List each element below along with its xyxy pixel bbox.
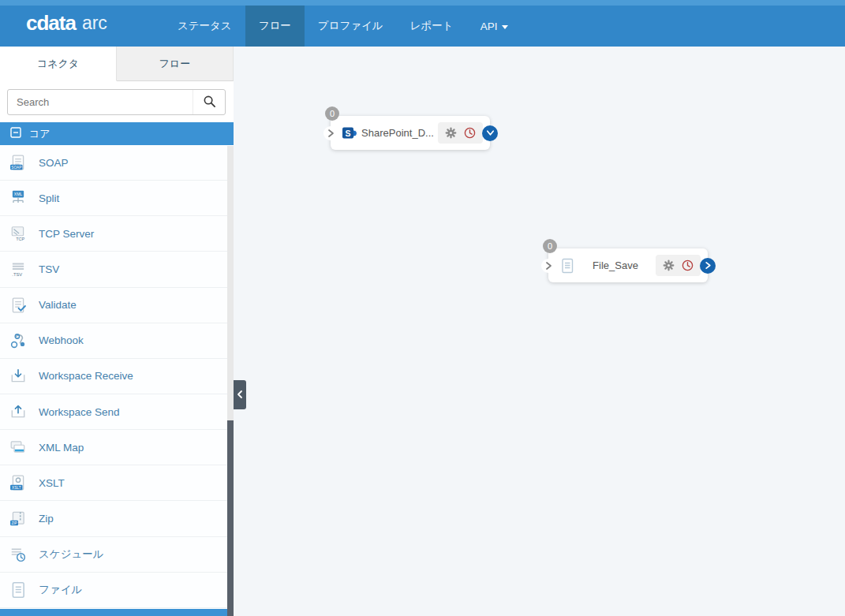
chevron-left-icon — [236, 388, 244, 402]
nav-item-label: レポート — [410, 19, 454, 33]
chevron-right-circle-icon — [704, 261, 712, 270]
connector-list-item[interactable]: Workspace Send — [0, 394, 227, 430]
node-actions-group — [656, 255, 701, 276]
connector-label: XML Map — [39, 442, 84, 454]
settings-gear-icon[interactable] — [444, 126, 458, 140]
minus-square-icon — [10, 127, 21, 140]
node-expand-button[interactable] — [482, 125, 498, 141]
sidebar-tab-label: コネクタ — [37, 57, 79, 71]
chevron-right-icon — [327, 129, 335, 138]
file-document-icon — [9, 581, 27, 599]
soap-document-icon: SOAP — [9, 154, 27, 171]
workspace-receive-icon — [9, 368, 27, 385]
main-nav-menu: ステータス フロー プロファイル レポート API — [164, 0, 522, 47]
sidebar-scrollbar-thumb[interactable] — [227, 420, 234, 616]
tcp-server-icon: TCP — [9, 225, 27, 242]
sidebar-tab-コネクタ[interactable]: コネクタ — [0, 47, 117, 81]
connector-label: Workspace Receive — [39, 370, 133, 382]
node-label: File_Save — [575, 259, 656, 271]
nav-item-レポート[interactable]: レポート — [397, 6, 467, 47]
search-input[interactable] — [8, 90, 193, 114]
svg-text:XML: XML — [14, 192, 23, 197]
connector-list-item[interactable]: スケジュール — [0, 537, 227, 573]
navbar-top-highlight — [0, 0, 845, 6]
nav-item-label: プロファイル — [318, 19, 383, 33]
schedule-icon — [9, 546, 27, 563]
connector-list-item[interactable]: XSLT XSLT — [0, 465, 227, 501]
svg-text:XSLT: XSLT — [12, 486, 21, 490]
connector-label: XSLT — [39, 477, 65, 489]
connector-list-item[interactable]: ZIP Zip — [0, 501, 227, 536]
schedule-clock-icon[interactable] — [681, 259, 694, 272]
zip-icon: ZIP — [9, 510, 27, 527]
connector-list-item[interactable]: XML Split — [0, 181, 227, 216]
nav-item-label: フロー — [259, 19, 291, 33]
top-navbar: cdata arc ステータス フロー プロファイル レポート API — [0, 0, 845, 47]
flow-node-File_Save[interactable]: 0 File_Save — [548, 248, 708, 282]
cdata-arc-logo[interactable]: cdata arc — [26, 0, 107, 47]
caret-down-icon — [502, 25, 508, 29]
search-icon — [203, 95, 216, 110]
sidebar-next-section-bar[interactable] — [0, 609, 227, 616]
connector-list-item[interactable]: .TSV TSV — [0, 252, 227, 287]
search-button[interactable] — [193, 90, 225, 114]
workspace-send-icon — [9, 403, 27, 420]
sidebar-collapse-handle[interactable] — [234, 380, 246, 409]
message-count-badge: 0 — [325, 106, 339, 121]
logo-brand-text: cdata — [26, 11, 76, 35]
flow-canvas[interactable]: 0 S SharePoint_D... 0 File_Save — [234, 47, 845, 616]
connector-list: SOAP SOAP XML Split TCP TCP Server .TSV … — [0, 145, 227, 608]
webhook-icon — [9, 332, 27, 349]
flow-node-SharePoint_D...[interactable]: 0 S SharePoint_D... — [331, 116, 490, 150]
nav-item-label: ステータス — [178, 19, 232, 33]
connector-list-item[interactable]: Validate — [0, 288, 227, 323]
nav-item-label: API — [480, 21, 498, 32]
svg-text:TCP: TCP — [16, 237, 24, 241]
sidebar-tab-label: フロー — [159, 57, 191, 71]
node-input-port[interactable] — [541, 259, 555, 273]
sidebar-tabbar: コネクタ フロー — [0, 47, 234, 81]
file-document-icon — [559, 258, 575, 274]
connector-list-item[interactable]: Webhook — [0, 323, 227, 359]
node-input-port[interactable] — [323, 126, 338, 140]
schedule-clock-icon[interactable] — [463, 126, 477, 140]
connector-label: Validate — [39, 299, 77, 311]
logo-product-text: arc — [82, 13, 107, 34]
validate-document-icon — [9, 297, 27, 314]
connector-label: Workspace Send — [39, 406, 120, 418]
connector-list-item[interactable]: Workspace Receive — [0, 359, 227, 394]
connector-label: SOAP — [39, 157, 69, 169]
connector-label: TCP Server — [39, 228, 94, 240]
connector-label: Zip — [39, 513, 54, 525]
node-label: SharePoint_D... — [357, 127, 438, 139]
nav-item-ステータス[interactable]: ステータス — [164, 6, 245, 47]
connector-label: スケジュール — [39, 547, 104, 562]
split-icon: XML — [9, 189, 27, 207]
message-count-badge: 0 — [543, 239, 557, 253]
xml-map-icon — [9, 439, 27, 456]
sidebar-section-core[interactable]: コア — [0, 122, 234, 145]
node-actions-group — [438, 122, 483, 144]
connector-list-item[interactable]: TCP TCP Server — [0, 216, 227, 252]
connector-list-item[interactable]: XML Map — [0, 430, 227, 465]
connector-label: ファイル — [39, 583, 82, 597]
sidebar-tab-フロー[interactable]: フロー — [117, 47, 234, 81]
chevron-right-icon — [544, 261, 553, 271]
section-label: コア — [29, 127, 50, 141]
chevron-down-circle-icon — [486, 129, 495, 137]
nav-item-プロファイル[interactable]: プロファイル — [305, 6, 397, 47]
nav-item-フロー[interactable]: フロー — [245, 6, 305, 47]
search-group — [7, 89, 226, 115]
nav-item-API[interactable]: API — [467, 6, 522, 47]
svg-text:.TSV: .TSV — [12, 272, 22, 277]
svg-text:S: S — [345, 128, 350, 137]
connector-list-item[interactable]: SOAP SOAP — [0, 145, 227, 181]
connector-label: Webhook — [39, 334, 84, 346]
connector-sidebar: コネクタ フロー コア SOAP SOAP XML Split TCP TCP … — [0, 47, 234, 616]
svg-text:ZIP: ZIP — [11, 521, 17, 525]
connector-list-item[interactable]: ファイル — [0, 573, 227, 608]
connector-label: Split — [39, 192, 59, 204]
node-expand-button[interactable] — [700, 258, 716, 274]
svg-text:SOAP: SOAP — [11, 166, 21, 170]
settings-gear-icon[interactable] — [662, 259, 675, 272]
